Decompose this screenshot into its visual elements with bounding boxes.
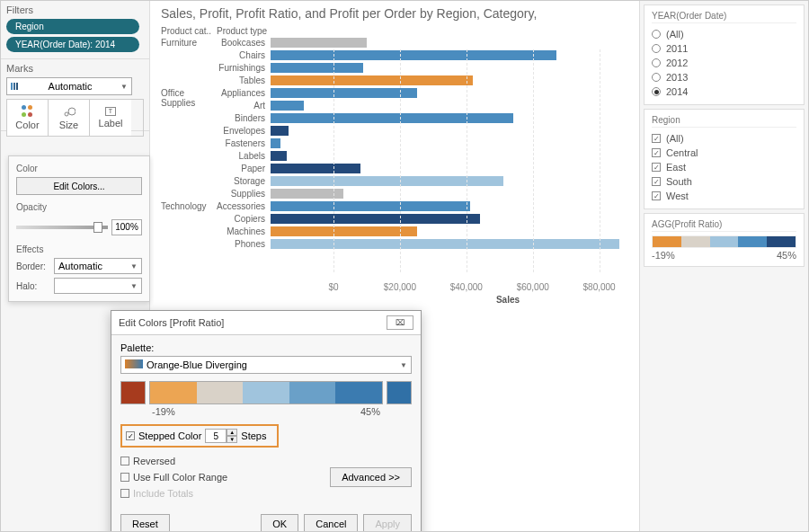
bar[interactable] bbox=[271, 151, 287, 161]
checkbox-icon: ✓ bbox=[652, 191, 661, 200]
color-legend-card: AGG(Profit Ratio) -19% 45% bbox=[644, 213, 805, 267]
bar[interactable] bbox=[271, 126, 289, 136]
step-down-icon[interactable]: ▼ bbox=[227, 436, 237, 443]
palette-max-swatch[interactable] bbox=[387, 381, 412, 404]
cancel-button[interactable]: Cancel bbox=[304, 514, 358, 532]
chevron-down-icon: ▼ bbox=[120, 83, 128, 91]
opacity-value[interactable]: 100% bbox=[111, 219, 142, 235]
x-tick: $40,000 bbox=[450, 282, 483, 292]
slider-thumb[interactable] bbox=[93, 222, 102, 233]
region-option[interactable]: ✓(All) bbox=[652, 131, 796, 146]
dialog-close-button[interactable]: ⌧ bbox=[387, 315, 413, 330]
marks-shelf: Marks Automatic ▼ Color Size T Label bbox=[1, 59, 149, 131]
row-label: Machines bbox=[217, 226, 271, 236]
region-option[interactable]: ✓Central bbox=[652, 146, 796, 160]
palette-strip[interactable] bbox=[149, 381, 383, 404]
table-row[interactable]: Bookcases bbox=[217, 36, 639, 49]
year-option[interactable]: 2012 bbox=[652, 56, 796, 70]
row-label: Accessories bbox=[217, 201, 271, 211]
legend-gradient bbox=[652, 235, 796, 248]
year-option[interactable]: 2014 bbox=[652, 84, 796, 99]
checkbox-icon: ✓ bbox=[652, 148, 661, 157]
legend-min: -19% bbox=[652, 250, 675, 261]
plot-zone: Sales $0$20,000$40,000$60,000$80,000$100… bbox=[333, 49, 682, 292]
row-label: Art bbox=[217, 101, 271, 111]
radio-icon bbox=[652, 30, 661, 39]
svg-point-1 bbox=[68, 108, 76, 115]
year-option[interactable]: (All) bbox=[652, 27, 796, 41]
dialog-titlebar[interactable]: Edit Colors [Profit Ratio] ⌧ bbox=[111, 311, 421, 335]
legend-title: AGG(Profit Ratio) bbox=[652, 219, 796, 232]
region-option[interactable]: ✓East bbox=[652, 160, 796, 174]
reversed-label: Reversed bbox=[133, 456, 175, 466]
region-filter-card: Region ✓(All)✓Central✓East✓South✓West bbox=[644, 109, 805, 209]
marks-type-select[interactable]: Automatic ▼ bbox=[6, 77, 132, 95]
palette-min-label: -19% bbox=[152, 406, 175, 417]
checkbox-icon: ✓ bbox=[652, 177, 661, 186]
palette-select[interactable]: Orange-Blue Diverging ▼ bbox=[120, 356, 412, 374]
chevron-down-icon: ▼ bbox=[130, 282, 138, 290]
x-axis-title: Sales bbox=[496, 295, 520, 305]
year-option[interactable]: 2011 bbox=[652, 41, 796, 56]
radio-icon bbox=[652, 87, 661, 96]
region-option[interactable]: ✓West bbox=[652, 189, 796, 203]
steps-input[interactable] bbox=[205, 429, 227, 443]
advanced-button[interactable]: Advanced >> bbox=[330, 467, 412, 487]
x-tick: $60,000 bbox=[517, 282, 549, 292]
palette-label: Palette: bbox=[120, 342, 412, 353]
include-totals-checkbox bbox=[120, 489, 129, 498]
x-tick: $0 bbox=[328, 282, 338, 292]
border-select[interactable]: Automatic▼ bbox=[54, 258, 142, 274]
filter-pill-region[interactable]: Region bbox=[6, 19, 139, 34]
bar[interactable] bbox=[271, 138, 280, 148]
region-option[interactable]: ✓South bbox=[652, 174, 796, 189]
color-mark-button[interactable]: Color bbox=[7, 100, 49, 136]
bar-mark-icon bbox=[11, 81, 20, 92]
edit-colors-button[interactable]: Edit Colors... bbox=[16, 177, 142, 195]
bar[interactable] bbox=[271, 101, 304, 111]
halo-label: Halo: bbox=[16, 281, 49, 291]
size-mark-button[interactable]: Size bbox=[49, 100, 90, 136]
border-label: Border: bbox=[16, 262, 49, 271]
include-totals-label: Include Totals bbox=[133, 488, 193, 499]
row-label: Phones bbox=[217, 239, 271, 249]
legend-max: 45% bbox=[777, 250, 796, 261]
row-label: Storage bbox=[217, 176, 271, 186]
dialog-title-text: Edit Colors [Profit Ratio] bbox=[119, 317, 224, 328]
opacity-slider[interactable] bbox=[16, 226, 108, 229]
category-label: Office Supplies bbox=[161, 86, 217, 200]
stepped-color-row: ✓ Stepped Color ▲▼ Steps bbox=[120, 424, 279, 448]
reversed-checkbox[interactable] bbox=[120, 457, 129, 466]
size-icon bbox=[63, 105, 76, 118]
x-tick: $80,000 bbox=[583, 282, 616, 292]
full-range-checkbox[interactable] bbox=[120, 473, 129, 482]
palette-max-label: 45% bbox=[360, 406, 380, 417]
ok-button[interactable]: OK bbox=[261, 514, 298, 532]
palette-min-swatch[interactable] bbox=[120, 381, 146, 404]
palette-swatch-icon bbox=[125, 359, 143, 368]
row-label: Copiers bbox=[217, 214, 271, 224]
chevron-down-icon: ▼ bbox=[400, 361, 407, 369]
stepped-checkbox[interactable]: ✓ bbox=[126, 431, 135, 440]
apply-button[interactable]: Apply bbox=[363, 514, 412, 532]
color-card: Color Edit Colors... Opacity 100% Effect… bbox=[8, 155, 150, 302]
header-category: Product cat.. bbox=[161, 26, 217, 36]
reset-button[interactable]: Reset bbox=[120, 514, 170, 532]
opacity-label: Opacity bbox=[16, 202, 142, 212]
step-up-icon[interactable]: ▲ bbox=[227, 429, 237, 436]
year-filter-title: YEAR(Order Date) bbox=[652, 11, 796, 23]
steps-stepper[interactable]: ▲▼ bbox=[205, 429, 237, 443]
row-label: Bookcases bbox=[217, 38, 271, 48]
bar[interactable] bbox=[271, 38, 367, 48]
row-label: Fasteners bbox=[217, 138, 271, 148]
row-label: Furnishings bbox=[217, 63, 271, 73]
filter-pill-year[interactable]: YEAR(Order Date): 2014 bbox=[6, 37, 139, 52]
label-mark-button[interactable]: T Label bbox=[90, 100, 131, 136]
full-range-label: Use Full Color Range bbox=[133, 472, 227, 483]
edit-colors-dialog: Edit Colors [Profit Ratio] ⌧ Palette: Or… bbox=[111, 310, 422, 532]
checkbox-icon: ✓ bbox=[652, 163, 661, 172]
year-option[interactable]: 2013 bbox=[652, 70, 796, 84]
year-filter-card: YEAR(Order Date) (All)2011201220132014 bbox=[644, 4, 805, 105]
chevron-down-icon: ▼ bbox=[130, 262, 138, 270]
marks-type-label: Automatic bbox=[49, 81, 93, 92]
